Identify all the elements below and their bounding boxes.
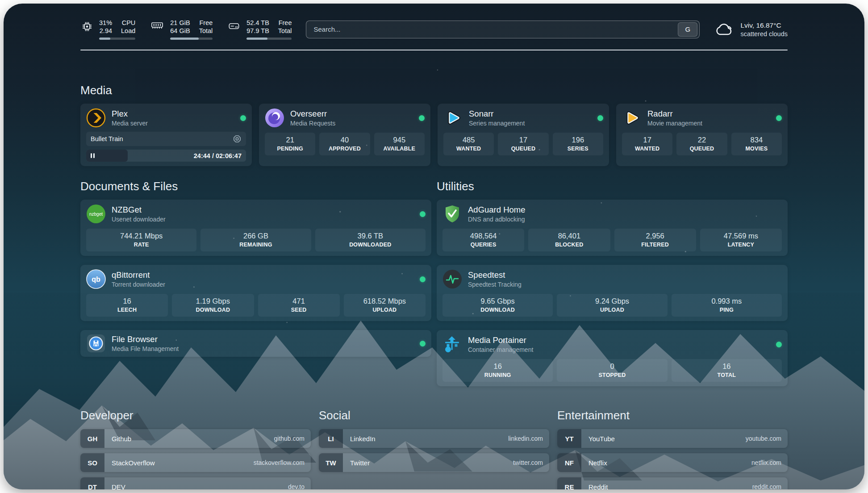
bookmark-netflix[interactable]: NF Netflix netflix.com bbox=[557, 453, 788, 472]
cpu-load-label: Load bbox=[121, 27, 135, 35]
pause-button[interactable] bbox=[86, 150, 128, 162]
stat-value: 618.52 Mbps bbox=[347, 297, 422, 305]
qbittorrent-icon: qb bbox=[86, 269, 106, 289]
stat-value: 0 bbox=[560, 362, 664, 371]
cpu-load-value: 2.94 bbox=[99, 27, 112, 35]
bookmark-github[interactable]: GH Github github.com bbox=[80, 429, 311, 448]
card-titles: Overseerr Media Requests bbox=[290, 109, 335, 127]
card-portainer[interactable]: Media Portainer Container management 16 … bbox=[437, 330, 788, 386]
stat-movies: 834 MOVIES bbox=[731, 133, 782, 155]
stat-filtered: 2,956 FILTERED bbox=[614, 229, 696, 251]
stat-value: 40 bbox=[323, 136, 366, 144]
bookmark-abbr: NF bbox=[557, 453, 581, 472]
search-bar: G bbox=[306, 21, 700, 38]
stat-label: WANTED bbox=[447, 146, 490, 152]
card-sonarr[interactable]: Sonarr Series management 485 WANTED 17 Q… bbox=[438, 104, 609, 166]
card-titles: qBittorrent Torrent downloader bbox=[112, 270, 165, 288]
card-head: File Browser Media File Management bbox=[86, 334, 426, 353]
bookmark-stackoverflow[interactable]: SO StackOverflow stackoverflow.com bbox=[80, 453, 311, 472]
status-dot bbox=[420, 276, 426, 282]
stat-label: DOWNLOAD bbox=[175, 307, 250, 313]
card-head: Media Portainer Container management bbox=[442, 334, 782, 354]
card-overseerr[interactable]: Overseerr Media Requests 21 PENDING 40 A… bbox=[259, 104, 430, 166]
view-icon[interactable] bbox=[233, 134, 242, 143]
weather-widget: Lviv, 16.87°C scattered clouds bbox=[714, 21, 788, 38]
bookmark-name: LinkedIn bbox=[344, 429, 508, 448]
service-name: Plex bbox=[112, 109, 148, 119]
cpu-progress-fill bbox=[99, 38, 110, 40]
stat-label: STOPPED bbox=[560, 372, 664, 378]
stat-total: 16 TOTAL bbox=[672, 359, 782, 382]
bookmark-abbr: SO bbox=[80, 453, 104, 472]
card-filebrowser[interactable]: File Browser Media File Management bbox=[80, 330, 431, 357]
stats-row: 9.65 Gbps DOWNLOAD 9.24 Gbps UPLOAD 0.99… bbox=[442, 294, 782, 317]
card-head: AdGuard Home DNS and adblocking bbox=[442, 204, 782, 224]
cloud-icon bbox=[714, 21, 734, 38]
content: 31% CPU 2.94 Load 21 GiB Free bbox=[4, 4, 864, 489]
bookmarks-developer: Developer GH Github github.com SO StackO… bbox=[80, 409, 311, 489]
plex-progress-bar: 24:44 / 02:06:47 bbox=[86, 150, 246, 162]
stat-value: 9.65 Gbps bbox=[446, 297, 549, 305]
stat-label: RUNNING bbox=[446, 372, 549, 378]
card-head: Sonarr Series management bbox=[443, 108, 603, 128]
bookmark-reddit[interactable]: RE Reddit reddit.com bbox=[557, 477, 788, 489]
card-plex[interactable]: Plex Media server Bullet Train bbox=[80, 104, 252, 166]
search-input[interactable] bbox=[313, 25, 678, 33]
plex-icon bbox=[86, 108, 106, 128]
bookmark-host: stackoverflow.com bbox=[254, 453, 311, 472]
card-nzbget[interactable]: nzbget NZBGet Usenet downloader 744.21 M… bbox=[80, 200, 431, 256]
top-bar: 31% CPU 2.94 Load 21 GiB Free bbox=[80, 4, 788, 40]
stat-value: 86,401 bbox=[532, 232, 606, 240]
bookmark-twitter[interactable]: TW Twitter twitter.com bbox=[319, 453, 549, 472]
status-dot bbox=[419, 115, 425, 121]
bookmark-abbr: LI bbox=[319, 429, 343, 448]
status-dot bbox=[420, 341, 426, 347]
memory-free-value: 21 GiB bbox=[170, 19, 190, 27]
disk-progress-track bbox=[246, 38, 292, 40]
card-adguard[interactable]: AdGuard Home DNS and adblocking 498,564 … bbox=[437, 200, 788, 256]
bookmark-youtube[interactable]: YT YouTube youtube.com bbox=[557, 429, 788, 448]
bookmark-rows: GH Github github.com SO StackOverflow st… bbox=[80, 429, 311, 489]
service-description: Media File Management bbox=[112, 345, 179, 352]
disk-free-label: Free bbox=[278, 19, 292, 27]
stat-value: 834 bbox=[735, 136, 778, 144]
section-title-entertainment: Entertainment bbox=[557, 409, 788, 422]
service-description: DNS and adblocking bbox=[468, 216, 526, 223]
card-radarr[interactable]: Radarr Movie management 17 WANTED 22 QUE… bbox=[616, 104, 788, 166]
card-head: qb qBittorrent Torrent downloader bbox=[86, 269, 426, 289]
now-playing-title: Bullet Train bbox=[91, 135, 233, 142]
stat-running: 16 RUNNING bbox=[442, 359, 553, 382]
memory-progress-fill bbox=[170, 38, 199, 40]
svg-text:qb: qb bbox=[92, 276, 100, 283]
stat-leech: 16 LEECH bbox=[86, 294, 168, 317]
stat-label: DOWNLOAD bbox=[446, 307, 549, 313]
stat-label: MOVIES bbox=[735, 146, 778, 152]
bookmark-rows: LI LinkedIn linkedin.com TW Twitter twit… bbox=[319, 429, 549, 472]
card-qbittorrent[interactable]: qb qBittorrent Torrent downloader 16 bbox=[80, 265, 431, 321]
stat-seed: 471 SEED bbox=[258, 294, 340, 317]
disk-total-label: Total bbox=[278, 27, 292, 35]
stats-row: 17 WANTED 22 QUEUED 834 MOVIES bbox=[622, 133, 782, 155]
stat-value: 16 bbox=[90, 297, 164, 305]
cpu-icon bbox=[80, 19, 94, 32]
service-name: Speedtest bbox=[468, 270, 522, 280]
bookmark-host: netflix.com bbox=[751, 453, 788, 472]
status-dot bbox=[776, 342, 782, 347]
service-description: Speedtest Tracking bbox=[468, 281, 522, 288]
bookmark-host: linkedin.com bbox=[508, 429, 549, 448]
search-provider-button[interactable]: G bbox=[678, 22, 697, 37]
disk-icon bbox=[227, 19, 241, 31]
card-speedtest[interactable]: Speedtest Speedtest Tracking 9.65 Gbps D… bbox=[437, 265, 788, 321]
card-titles: Plex Media server bbox=[112, 109, 148, 127]
bookmark-name: DEV bbox=[105, 477, 288, 489]
section-title-media: Media bbox=[80, 84, 788, 97]
stat-value: 16 bbox=[675, 362, 778, 371]
stat-upload: 618.52 Mbps UPLOAD bbox=[344, 294, 426, 317]
nzbget-icon: nzbget bbox=[86, 204, 106, 224]
section-title-documents: Documents & Files bbox=[80, 180, 431, 193]
topbar-divider bbox=[80, 50, 788, 50]
bookmark-rows: YT YouTube youtube.com NF Netflix netfli… bbox=[557, 429, 788, 489]
bookmark-dev[interactable]: DT DEV dev.to bbox=[80, 477, 311, 489]
bookmarks-entertainment: Entertainment YT YouTube youtube.com NF … bbox=[557, 409, 788, 489]
bookmark-linkedin[interactable]: LI LinkedIn linkedin.com bbox=[319, 429, 549, 448]
